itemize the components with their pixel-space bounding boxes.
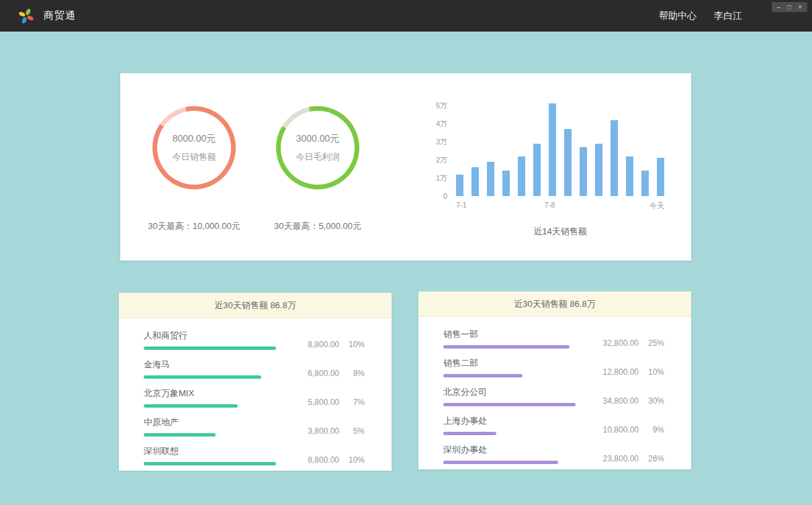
item-main: 金海马 (144, 359, 291, 379)
item-value: 34,800.0030% (590, 386, 664, 406)
minimize-button[interactable]: – (777, 3, 781, 11)
item-value: 5,800.007% (291, 387, 365, 408)
item-percent: 10% (346, 340, 365, 349)
bar-7-2 (471, 167, 479, 196)
item-progress-bar (443, 374, 523, 377)
item-name: 人和商贸行 (144, 330, 291, 342)
department-list: 销售一部32,800.0025%销售二部12,800.0010%北京分公司34,… (418, 317, 691, 464)
customer-list: 人和商贸行8,800.0010%金海马6,800.008%北京万象MIX5,80… (119, 318, 392, 465)
departments-card: 近30天销售额 86.8万 销售一部32,800.0025%销售二部12,800… (418, 291, 691, 469)
item-name: 销售一部 (443, 328, 590, 340)
today-profit-value: 3000.00元 (296, 133, 340, 145)
item-progress-bar (443, 461, 558, 464)
list-item: 销售二部12,800.0010% (443, 357, 664, 377)
y-tick: 3万 (436, 138, 447, 146)
x-tick: 7-8 (545, 201, 555, 209)
item-main: 深圳办事处 (443, 444, 590, 464)
list-item: 上海办事处10,800.009% (443, 415, 664, 435)
y-tick: 2万 (436, 156, 447, 164)
item-percent: 10% (645, 367, 664, 377)
app-logo-pinwheel-icon (17, 7, 35, 25)
x-tick: 今天 (649, 201, 664, 211)
item-name: 北京分公司 (443, 386, 590, 398)
list-item: 深圳办事处23,800.0026% (443, 444, 664, 464)
bar-7-7 (549, 103, 556, 196)
bar-7-3 (487, 162, 494, 196)
donut-center-text: 3000.00元 今日毛利润 (296, 133, 340, 163)
window-controls: – □ × (772, 2, 807, 12)
bar-7-5 (518, 156, 525, 196)
today-profit-donut-chart: 3000.00元 今日毛利润 (276, 106, 359, 189)
list-item: 深圳联想8,800.0010% (144, 445, 365, 465)
list-item: 北京万象MIX5,800.007% (144, 387, 365, 408)
maximize-button[interactable]: □ (787, 3, 791, 11)
item-main: 销售二部 (443, 357, 590, 377)
list-item: 销售一部32,800.0025% (443, 328, 664, 349)
item-name: 北京万象MIX (144, 387, 291, 400)
item-percent: 25% (645, 338, 664, 348)
item-value: 23,800.0026% (590, 444, 664, 464)
bar-7-9 (580, 147, 587, 196)
item-main: 北京万象MIX (144, 387, 291, 408)
donut-center-text: 8000.00元 今日销售额 (173, 133, 216, 163)
item-percent: 30% (645, 396, 664, 406)
y-axis: 5万4万3万2万1万0 (426, 102, 447, 196)
item-amount: 8,800.00 (308, 455, 339, 465)
item-progress-bar (144, 375, 261, 379)
y-tick: 4万 (436, 120, 447, 128)
today-sales-value: 8000.00元 (173, 133, 216, 145)
item-main: 深圳联想 (144, 445, 291, 465)
bar-7-10 (595, 144, 602, 196)
item-amount: 10,800.00 (603, 425, 639, 434)
item-progress-bar (144, 404, 238, 408)
item-amount: 23,800.00 (603, 454, 639, 463)
departments-card-header: 近30天销售额 86.8万 (418, 291, 691, 317)
sales-30d-max-text: 30天最高：10,000.00元 (148, 220, 240, 232)
plot-area (456, 102, 664, 196)
item-progress-bar (144, 347, 276, 350)
bar-7-4 (502, 171, 510, 196)
x-tick: 7-1 (456, 201, 467, 209)
item-progress-bar (144, 433, 216, 437)
item-main: 销售一部 (443, 328, 590, 349)
item-percent: 26% (645, 454, 664, 463)
item-percent: 9% (645, 425, 664, 434)
item-amount: 3,800.00 (308, 426, 339, 436)
bar-7-6 (533, 144, 541, 196)
bar-group (456, 102, 664, 196)
bar-今天 (657, 158, 664, 196)
top-customers-card: 近30天销售额 86.8万 人和商贸行8,800.0010%金海马6,800.0… (119, 293, 392, 471)
item-value: 6,800.008% (291, 359, 365, 379)
item-value: 8,800.0010% (291, 330, 365, 350)
bar-7-12 (626, 156, 633, 196)
help-center-link[interactable]: 帮助中心 (659, 10, 696, 22)
bar-7-8 (564, 129, 572, 196)
item-name: 销售二部 (443, 357, 590, 369)
app-title: 商贸通 (44, 9, 76, 22)
sales-14d-bar-chart: 5万4万3万2万1万0 7-17-8今天 近14天销售额 (426, 93, 674, 255)
y-tick: 1万 (436, 174, 447, 182)
bar-7-13 (641, 171, 649, 196)
item-name: 深圳联想 (144, 445, 291, 457)
item-amount: 34,800.00 (603, 396, 639, 406)
item-percent: 8% (346, 369, 365, 378)
item-amount: 8,800.00 (308, 340, 339, 349)
item-progress-bar (443, 345, 570, 349)
item-name: 中原地产 (144, 416, 291, 428)
item-main: 北京分公司 (443, 386, 590, 406)
y-tick: 0 (443, 192, 447, 200)
user-menu[interactable]: 李白江 (714, 10, 742, 22)
item-name: 深圳办事处 (443, 444, 590, 456)
close-button[interactable]: × (798, 3, 802, 11)
list-item: 金海马6,800.008% (144, 359, 365, 379)
item-value: 10,800.009% (590, 415, 664, 435)
bar-7-1 (456, 175, 463, 196)
today-sales-donut-chart: 8000.00元 今日销售额 (152, 106, 236, 189)
titlebar: 商贸通 帮助中心 李白江 – □ × (0, 0, 812, 32)
item-progress-bar (443, 432, 496, 435)
item-name: 金海马 (144, 359, 291, 371)
app-window: 商贸通 帮助中心 李白江 – □ × 8000.00元 今日销售额 30天最高：… (0, 0, 812, 505)
item-main: 上海办事处 (443, 415, 590, 435)
item-amount: 6,800.00 (308, 369, 339, 378)
list-item: 北京分公司34,800.0030% (443, 386, 664, 406)
